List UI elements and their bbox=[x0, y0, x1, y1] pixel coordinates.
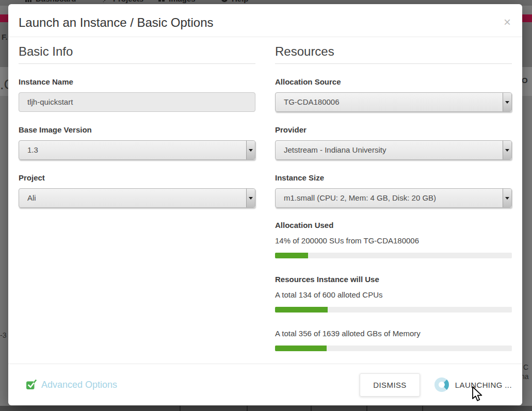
chevron-down-icon[interactable] bbox=[503, 141, 511, 159]
basic-info-column: Basic Info Instance Name tljh-quickstart… bbox=[19, 44, 255, 351]
allocation-used-progressbar bbox=[275, 253, 512, 258]
dismiss-button[interactable]: DISMISS bbox=[360, 373, 420, 397]
help-icon: ? bbox=[221, 0, 228, 3]
provider-select[interactable]: Jetstream - Indiana University bbox=[275, 140, 512, 160]
background-text-fragment: F. bbox=[2, 32, 8, 41]
memory-usage-text: A total 356 of 1639 alloted GBs of Memor… bbox=[275, 329, 512, 338]
selected-value: TG-CDA180006 bbox=[284, 97, 340, 106]
resources-heading: Resources bbox=[275, 44, 512, 64]
selected-value: m1.small (CPU: 2, Mem: 4 GB, Disk: 20 GB… bbox=[284, 193, 436, 202]
instance-size-label: Instance Size bbox=[275, 173, 512, 183]
chevron-down-icon[interactable] bbox=[246, 141, 255, 159]
selected-value: 1.3 bbox=[27, 145, 38, 154]
instance-name-field: Instance Name tljh-quickstart bbox=[19, 77, 255, 112]
project-select[interactable]: Ali bbox=[19, 188, 255, 208]
nav-item-label: Images bbox=[169, 0, 196, 3]
project-label: Project bbox=[19, 173, 255, 183]
modal-footer: Advanced Options DISMISS LAUNCHING ... bbox=[8, 364, 522, 405]
nav-item-label: Help bbox=[232, 0, 249, 3]
nav-item-label: Projects bbox=[113, 0, 143, 3]
background-table-strip bbox=[0, 406, 532, 411]
mouse-cursor bbox=[471, 386, 484, 402]
nav-item-help: ? Help bbox=[221, 0, 249, 3]
modal-header: Launch an Instance / Basic Options × bbox=[8, 4, 522, 37]
modal-body: Basic Info Instance Name tljh-quickstart… bbox=[8, 37, 522, 351]
launch-instance-modal: Launch an Instance / Basic Options × Bas… bbox=[8, 4, 522, 405]
allocation-used-label: Allocation Used bbox=[275, 221, 512, 230]
chevron-down-icon[interactable] bbox=[246, 189, 255, 207]
advanced-options-label: Advanced Options bbox=[41, 380, 117, 390]
background-text-fragment: C bbox=[523, 363, 528, 371]
base-image-version-field: Base Image Version 1.3 bbox=[19, 125, 255, 160]
base-image-version-select[interactable]: 1.3 bbox=[19, 140, 255, 160]
allocation-used-text: 14% of 200000 SUs from TG-CDA180006 bbox=[275, 236, 512, 245]
provider-field: Provider Jetstream - Indiana University bbox=[275, 125, 512, 160]
selected-value: Jetstream - Indiana University bbox=[284, 145, 386, 154]
modal-title: Launch an Instance / Basic Options bbox=[19, 15, 512, 30]
background-text-fragment: -3 bbox=[0, 331, 6, 339]
images-icon bbox=[158, 0, 165, 3]
instance-name-label: Instance Name bbox=[19, 77, 255, 87]
checked-checkbox-icon bbox=[26, 380, 37, 390]
allocation-source-select[interactable]: TG-CDA180006 bbox=[275, 92, 512, 112]
pencil-icon bbox=[102, 0, 109, 3]
base-image-version-label: Base Image Version bbox=[19, 125, 255, 135]
instance-usage-label: Resources Instance will Use bbox=[275, 275, 512, 284]
chevron-down-icon[interactable] bbox=[503, 93, 511, 111]
progress-fill bbox=[275, 253, 308, 258]
nav-item-projects: Projects bbox=[102, 0, 143, 3]
project-field: Project Ali bbox=[19, 173, 255, 208]
spinner-icon bbox=[434, 377, 449, 392]
progress-fill bbox=[275, 346, 327, 351]
advanced-options-link[interactable]: Advanced Options bbox=[26, 380, 117, 390]
instance-size-select[interactable]: m1.small (CPU: 2, Mem: 4 GB, Disk: 20 GB… bbox=[275, 188, 512, 208]
cpu-usage-text: A total 134 of 600 alloted CPUs bbox=[275, 290, 512, 300]
selected-value: Ali bbox=[27, 193, 36, 202]
resources-column: Resources Allocation Source TG-CDA180006… bbox=[275, 44, 512, 351]
cpu-usage-progressbar bbox=[275, 307, 512, 313]
instance-name-input[interactable]: tljh-quickstart bbox=[19, 92, 255, 112]
nav-item-images: Images bbox=[158, 0, 196, 3]
progress-fill bbox=[275, 307, 328, 313]
instance-size-field: Instance Size m1.small (CPU: 2, Mem: 4 G… bbox=[275, 173, 512, 208]
chevron-down-icon[interactable] bbox=[503, 189, 511, 207]
basic-info-heading: Basic Info bbox=[19, 44, 255, 64]
memory-usage-progressbar bbox=[275, 346, 512, 351]
nav-item-dashboard: Dashboard bbox=[25, 0, 76, 3]
svg-text:?: ? bbox=[223, 0, 226, 2]
close-icon[interactable]: × bbox=[504, 17, 511, 28]
provider-label: Provider bbox=[275, 125, 512, 135]
nav-item-label: Dashboard bbox=[36, 0, 76, 3]
bar-chart-icon bbox=[25, 0, 32, 3]
allocation-source-label: Allocation Source bbox=[275, 77, 512, 87]
allocation-source-field: Allocation Source TG-CDA180006 bbox=[275, 77, 512, 112]
